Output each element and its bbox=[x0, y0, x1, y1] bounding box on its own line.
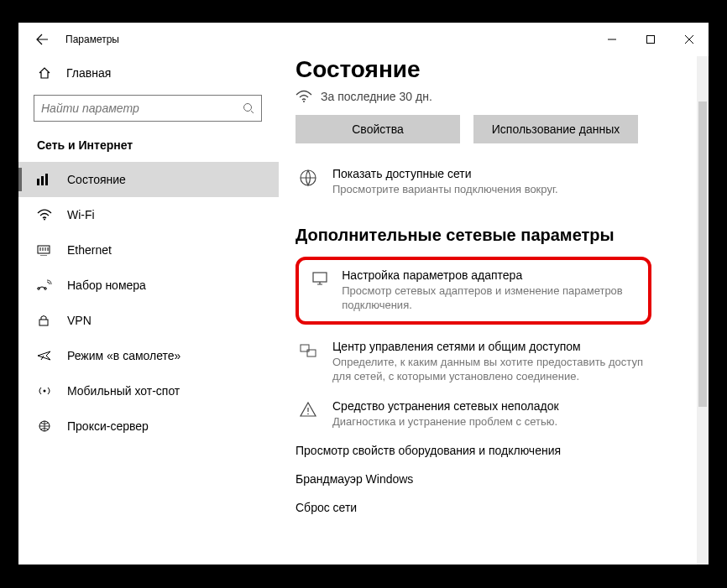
sidebar-item-proxy[interactable]: Прокси-сервер bbox=[18, 408, 279, 444]
sharing-center-desc: Определите, к каким данным вы хотите пре… bbox=[332, 355, 651, 384]
hotspot-icon bbox=[37, 385, 52, 397]
available-networks-title: Показать доступные сети bbox=[332, 167, 558, 180]
available-networks-tile[interactable]: Показать доступные сети Просмотрите вари… bbox=[296, 167, 692, 197]
close-icon bbox=[685, 35, 693, 44]
sidebar-section: Сеть и Интернет bbox=[18, 122, 279, 162]
svg-point-12 bbox=[303, 101, 305, 102]
scrollbar-thumb[interactable] bbox=[698, 101, 707, 407]
minimize-button[interactable] bbox=[593, 26, 631, 53]
svg-rect-4 bbox=[45, 174, 48, 185]
sidebar-item-status[interactable]: Состояние bbox=[18, 162, 279, 197]
link-network-reset[interactable]: Сброс сети bbox=[296, 501, 692, 514]
adapter-icon bbox=[307, 268, 332, 313]
window-title: Параметры bbox=[65, 34, 119, 45]
properties-button[interactable]: Свойства bbox=[296, 115, 460, 143]
sidebar-item-label: VPN bbox=[67, 314, 92, 327]
svg-rect-3 bbox=[41, 176, 44, 185]
svg-rect-0 bbox=[647, 36, 655, 44]
search-input[interactable] bbox=[41, 101, 243, 115]
svg-point-5 bbox=[44, 219, 45, 221]
globe-icon bbox=[296, 167, 321, 197]
sidebar-item-label: Набор номера bbox=[67, 278, 146, 292]
maximize-icon bbox=[646, 35, 655, 44]
troubleshoot-tile[interactable]: Средство устранения сетевых неполадок Ди… bbox=[296, 399, 692, 429]
sidebar-item-vpn[interactable]: VPN bbox=[18, 303, 279, 338]
sidebar-item-label: Ethernet bbox=[67, 243, 112, 257]
airplane-icon bbox=[37, 350, 52, 362]
scrollbar-vertical[interactable] bbox=[697, 56, 709, 565]
period-label: За последние 30 дн. bbox=[321, 90, 432, 103]
adapter-settings-title: Настройка параметров адаптера bbox=[342, 268, 636, 282]
sidebar-item-ethernet[interactable]: Ethernet bbox=[18, 232, 279, 268]
sidebar-item-label: Wi-Fi bbox=[67, 208, 95, 221]
link-hardware-properties[interactable]: Просмотр свойств оборудования и подключе… bbox=[296, 444, 692, 457]
sidebar-item-hotspot[interactable]: Мобильный хот-спот bbox=[18, 373, 279, 408]
dialup-icon bbox=[37, 279, 52, 291]
search-input-wrap[interactable] bbox=[34, 95, 262, 122]
sidebar-item-label: Прокси-сервер bbox=[67, 419, 149, 433]
available-networks-desc: Просмотрите варианты подключения вокруг. bbox=[332, 182, 558, 197]
sidebar: Главная Сеть и Интернет Состояние Wi-Fi bbox=[18, 56, 279, 565]
minimize-icon bbox=[608, 35, 616, 44]
vpn-icon bbox=[37, 315, 52, 326]
back-button[interactable] bbox=[29, 26, 55, 53]
status-icon bbox=[37, 174, 52, 185]
svg-point-10 bbox=[44, 390, 46, 393]
sharing-icon bbox=[296, 340, 321, 384]
sidebar-home[interactable]: Главная bbox=[18, 56, 279, 90]
wifi-icon bbox=[37, 209, 52, 221]
svg-rect-14 bbox=[313, 273, 327, 282]
data-usage-button[interactable]: Использование данных bbox=[473, 115, 638, 143]
home-icon bbox=[38, 66, 51, 80]
close-button[interactable] bbox=[670, 26, 709, 53]
svg-point-1 bbox=[244, 104, 252, 112]
title-bar: Параметры bbox=[18, 23, 709, 56]
sharing-center-title: Центр управления сетями и общим доступом bbox=[332, 340, 651, 353]
sidebar-item-airplane[interactable]: Режим «в самолете» bbox=[18, 338, 279, 373]
sidebar-home-label: Главная bbox=[66, 66, 111, 80]
troubleshoot-desc: Диагностика и устранение проблем с сетью… bbox=[332, 414, 559, 429]
adapter-settings-tile[interactable]: Настройка параметров адаптера Просмотр с… bbox=[296, 257, 651, 325]
sidebar-item-label: Режим «в самолете» bbox=[67, 349, 180, 362]
svg-rect-2 bbox=[37, 179, 39, 185]
sidebar-item-wifi[interactable]: Wi-Fi bbox=[18, 197, 279, 232]
content-panel: Состояние За последние 30 дн. Свойства И… bbox=[279, 56, 709, 565]
svg-point-17 bbox=[307, 413, 309, 414]
warning-icon bbox=[296, 399, 321, 429]
sharing-center-tile[interactable]: Центр управления сетями и общим доступом… bbox=[296, 340, 692, 384]
wifi-signal-icon bbox=[296, 90, 312, 103]
back-arrow-icon bbox=[35, 33, 49, 46]
adapter-settings-desc: Просмотр сетевых адаптеров и изменение п… bbox=[342, 284, 636, 313]
link-firewall[interactable]: Брандмауэр Windows bbox=[296, 472, 692, 486]
search-icon bbox=[243, 102, 254, 114]
troubleshoot-title: Средство устранения сетевых неполадок bbox=[332, 399, 559, 413]
page-title: Состояние bbox=[296, 56, 692, 83]
sidebar-item-label: Состояние bbox=[67, 173, 126, 186]
svg-rect-9 bbox=[39, 320, 48, 325]
period-row: За последние 30 дн. bbox=[296, 90, 692, 103]
ethernet-icon bbox=[37, 244, 52, 256]
sidebar-item-label: Мобильный хот-спот bbox=[67, 384, 180, 398]
maximize-button[interactable] bbox=[631, 26, 670, 53]
proxy-icon bbox=[37, 420, 52, 432]
section-advanced-title: Дополнительные сетевые параметры bbox=[296, 226, 692, 245]
sidebar-item-dialup[interactable]: Набор номера bbox=[18, 268, 279, 303]
